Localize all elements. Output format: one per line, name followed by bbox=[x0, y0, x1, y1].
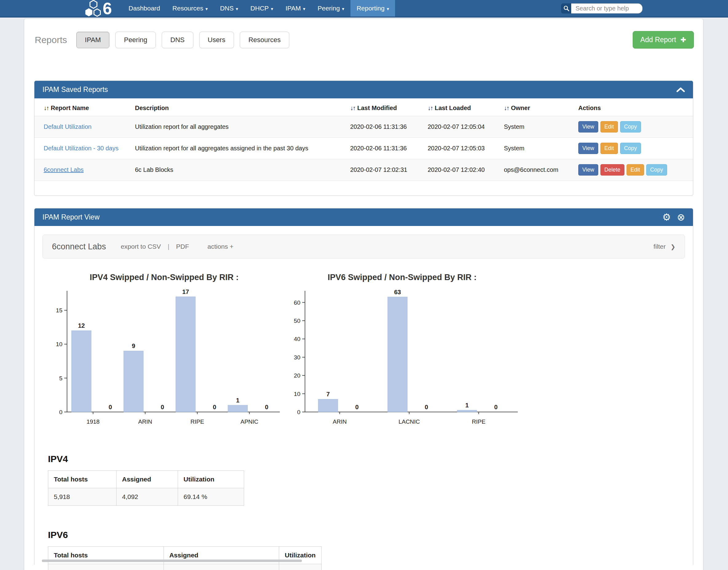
svg-text:ARIN: ARIN bbox=[333, 418, 346, 425]
filter-toggle[interactable]: filter ❯ bbox=[654, 243, 675, 250]
chart-ipv4: IPV4 Swipped / Non-Swipped By RIR :05101… bbox=[47, 273, 281, 434]
view-button[interactable]: View bbox=[578, 142, 598, 154]
copy-button[interactable]: Copy bbox=[620, 121, 641, 132]
svg-text:0: 0 bbox=[494, 404, 497, 410]
summary-col-assigned: Assigned bbox=[116, 471, 178, 488]
tab-ipam[interactable]: IPAM bbox=[76, 32, 109, 48]
chart-ipv6: IPV6 Swipped / Non-Swipped By RIR :01020… bbox=[285, 273, 519, 434]
tab-peering[interactable]: Peering bbox=[115, 32, 156, 48]
horizontal-scrollbar-thumb[interactable] bbox=[42, 560, 302, 562]
nav-item-label: DNS bbox=[220, 5, 234, 12]
svg-text:1: 1 bbox=[465, 402, 468, 408]
svg-text:12: 12 bbox=[78, 322, 85, 329]
sort-icon: ↓↑ bbox=[350, 104, 355, 111]
description-cell: Utilization report for all aggregates bbox=[131, 116, 346, 138]
nav-item-label: DHCP bbox=[251, 5, 269, 12]
toolbar-divider: | bbox=[167, 243, 169, 250]
edit-button[interactable]: Edit bbox=[627, 164, 644, 176]
column-header-last-modified[interactable]: ↓↑Last Modified bbox=[346, 99, 424, 116]
edit-button[interactable]: Edit bbox=[601, 121, 618, 132]
caret-down-icon: ▾ bbox=[271, 6, 273, 11]
column-header-last-loaded[interactable]: ↓↑Last Loaded bbox=[424, 99, 500, 116]
gear-icon[interactable]: ⚙ bbox=[662, 213, 671, 222]
ipv4-summary-section: IPV4 Total hostsAssignedUtilization5,918… bbox=[48, 454, 693, 506]
svg-text:ARIN: ARIN bbox=[138, 418, 152, 425]
actions-menu[interactable]: actions + bbox=[208, 243, 234, 250]
chevron-up-icon[interactable] bbox=[676, 87, 685, 92]
column-header-actions: Actions bbox=[575, 99, 693, 116]
tab-resources[interactable]: Resources bbox=[240, 32, 289, 48]
nav-item-ipam[interactable]: IPAM▾ bbox=[280, 0, 311, 17]
svg-text:1918: 1918 bbox=[87, 418, 100, 425]
search-icon[interactable] bbox=[561, 3, 571, 14]
summary-value-utilization: 69.14 % bbox=[178, 488, 244, 506]
chart-title: IPV4 Swipped / Non-Swipped By RIR : bbox=[47, 273, 281, 282]
column-header-description: Description bbox=[131, 99, 346, 116]
add-report-label: Add Report bbox=[640, 36, 676, 44]
column-label: Last Modified bbox=[357, 104, 397, 111]
panel-title: IPAM Report View bbox=[42, 213, 100, 221]
last-loaded-cell: 2020-02-07 12:02:40 bbox=[424, 159, 500, 181]
edit-button[interactable]: Edit bbox=[601, 142, 618, 154]
summary-data-row: 1,208,944,266,358,702,884,257,8181,208,9… bbox=[48, 564, 322, 570]
owner-cell: ops@6connect.com bbox=[500, 159, 575, 181]
report-name-cell: Default Utilization - 30 days bbox=[34, 138, 131, 159]
summary-value-total-hosts: 1,208,944,266,358,702,884,257,818 bbox=[48, 564, 164, 570]
summary-value-assigned: 4,092 bbox=[116, 488, 178, 506]
saved-reports-panel-header: IPAM Saved Reports bbox=[34, 81, 693, 98]
export-pdf-link[interactable]: PDF bbox=[176, 243, 189, 250]
report-link[interactable]: Default Utilization - 30 days bbox=[44, 145, 118, 152]
svg-text:1: 1 bbox=[236, 397, 240, 404]
export-csv-link[interactable]: export to CSV bbox=[121, 243, 161, 250]
top-navbar: 6 DashboardResources▾DNS▾DHCP▾IPAM▾Peeri… bbox=[0, 0, 728, 18]
svg-text:30: 30 bbox=[294, 354, 300, 361]
tab-dns[interactable]: DNS bbox=[162, 32, 193, 48]
column-header-owner[interactable]: ↓↑Owner bbox=[500, 99, 575, 116]
view-button[interactable]: View bbox=[578, 164, 598, 176]
last-loaded-cell: 2020-02-07 12:05:03 bbox=[424, 138, 500, 159]
summary-col-utilization: Utilization bbox=[178, 471, 244, 488]
svg-text:15: 15 bbox=[56, 307, 62, 314]
description-cell: 6c Lab Blocks bbox=[131, 159, 346, 181]
report-link[interactable]: 6connect Labs bbox=[44, 166, 84, 173]
tab-users[interactable]: Users bbox=[199, 32, 234, 48]
svg-text:0: 0 bbox=[108, 404, 112, 410]
delete-button[interactable]: Delete bbox=[601, 164, 624, 176]
svg-text:0: 0 bbox=[425, 404, 428, 410]
brand-text: 6 bbox=[103, 0, 112, 17]
description-cell: Utilization report for all aggregates as… bbox=[131, 138, 346, 159]
bar-chart-svg: 051015120191890ARIN170RIPE10APNIC bbox=[47, 287, 281, 432]
summary-value-utilization: 100.00 % bbox=[279, 564, 321, 570]
nav-item-dashboard[interactable]: Dashboard bbox=[122, 0, 166, 17]
nav-item-label: Peering bbox=[318, 5, 340, 12]
svg-text:10: 10 bbox=[56, 341, 62, 347]
copy-button[interactable]: Copy bbox=[620, 142, 641, 154]
column-label: Actions bbox=[578, 104, 601, 111]
caret-down-icon: ▾ bbox=[387, 6, 389, 11]
nav-item-dns[interactable]: DNS▾ bbox=[214, 0, 245, 17]
svg-text:0: 0 bbox=[213, 404, 216, 410]
svg-text:60: 60 bbox=[294, 299, 300, 306]
summary-data-row: 5,9184,09269.14 % bbox=[48, 488, 244, 506]
chart-title: IPV6 Swipped / Non-Swipped By RIR : bbox=[285, 273, 519, 282]
last-modified-cell: 2020-02-06 11:31:36 bbox=[346, 138, 424, 159]
add-report-button[interactable]: Add Report ✚ bbox=[633, 31, 694, 49]
search-input[interactable] bbox=[571, 3, 643, 14]
close-icon[interactable]: ⊗ bbox=[677, 213, 685, 222]
panel-title: IPAM Saved Reports bbox=[42, 85, 108, 94]
table-row: Default Utilization - 30 daysUtilization… bbox=[34, 138, 693, 159]
copy-button[interactable]: Copy bbox=[646, 164, 667, 176]
nav-item-dhcp[interactable]: DHCP▾ bbox=[245, 0, 280, 17]
svg-text:0: 0 bbox=[161, 404, 164, 410]
app-logo[interactable]: 6 bbox=[82, 0, 112, 17]
nav-item-resources[interactable]: Resources▾ bbox=[166, 0, 214, 17]
nav-item-peering[interactable]: Peering▾ bbox=[311, 0, 350, 17]
ipv6-summary-section: IPV6 Total hostsAssignedUtilization1,208… bbox=[48, 530, 693, 570]
column-header-report-name[interactable]: ↓↑Report Name bbox=[34, 99, 131, 116]
actions-cell: ViewDeleteEditCopy bbox=[575, 159, 693, 181]
plus-icon: ✚ bbox=[681, 36, 686, 44]
svg-text:50: 50 bbox=[294, 318, 300, 324]
view-button[interactable]: View bbox=[578, 121, 598, 132]
report-link[interactable]: Default Utilization bbox=[44, 123, 92, 130]
nav-item-reporting[interactable]: Reporting▾ bbox=[350, 0, 395, 17]
